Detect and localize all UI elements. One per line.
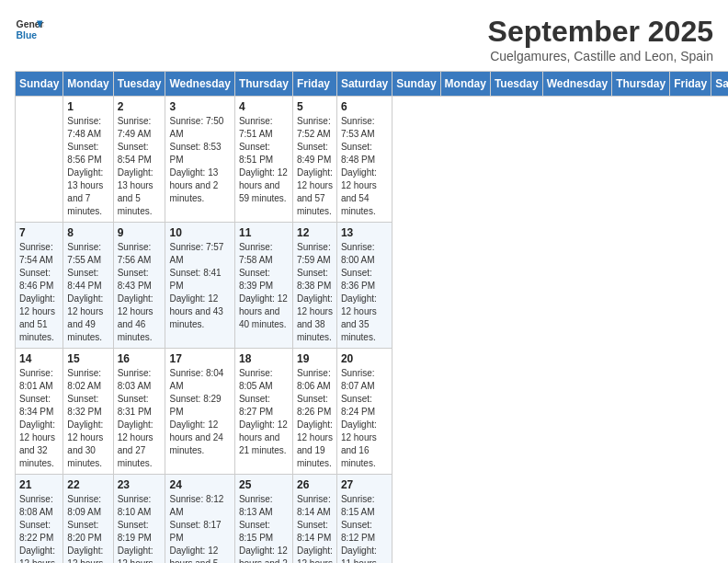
week-row-3: 14Sunrise: 8:01 AMSunset: 8:34 PMDayligh… [16, 349, 729, 475]
day-info: Sunrise: 8:00 AMSunset: 8:36 PMDaylight:… [341, 241, 388, 344]
calendar-cell: 27Sunrise: 8:15 AMSunset: 8:12 PMDayligh… [336, 475, 392, 564]
day-number: 5 [297, 100, 333, 113]
calendar-cell: 26Sunrise: 8:14 AMSunset: 8:14 PMDayligh… [292, 475, 336, 564]
weekday-header-thursday: Thursday [234, 72, 292, 97]
day-number: 6 [341, 100, 388, 113]
day-info: Sunrise: 8:05 AMSunset: 8:27 PMDaylight:… [239, 367, 289, 457]
header: General Blue September 2025 Cuelgamures,… [15, 15, 713, 63]
day-number: 18 [239, 352, 289, 365]
weekday-header-wednesday: Wednesday [165, 72, 234, 97]
calendar-cell: 13Sunrise: 8:00 AMSunset: 8:36 PMDayligh… [336, 223, 392, 349]
day-number: 16 [118, 352, 162, 365]
calendar-cell: 23Sunrise: 8:10 AMSunset: 8:19 PMDayligh… [113, 475, 165, 564]
day-number: 7 [19, 226, 59, 239]
day-number: 27 [341, 478, 388, 491]
calendar-cell: 10Sunrise: 7:57 AMSunset: 8:41 PMDayligh… [165, 223, 234, 349]
calendar-cell: 1Sunrise: 7:48 AMSunset: 8:56 PMDaylight… [63, 97, 113, 223]
weekday-header-saturday: Saturday [711, 72, 728, 97]
day-info: Sunrise: 8:09 AMSunset: 8:20 PMDaylight:… [67, 493, 108, 563]
calendar-cell: 25Sunrise: 8:13 AMSunset: 8:15 PMDayligh… [234, 475, 292, 564]
day-info: Sunrise: 7:51 AMSunset: 8:51 PMDaylight:… [239, 115, 289, 205]
calendar-cell: 21Sunrise: 8:08 AMSunset: 8:22 PMDayligh… [16, 475, 63, 564]
day-number: 24 [169, 478, 230, 491]
calendar-cell: 4Sunrise: 7:51 AMSunset: 8:51 PMDaylight… [234, 97, 292, 223]
location-title: Cuelgamures, Castille and Leon, Spain [488, 49, 713, 63]
logo-icon: General Blue [15, 15, 44, 44]
calendar-cell: 6Sunrise: 7:53 AMSunset: 8:48 PMDaylight… [336, 97, 392, 223]
calendar-cell: 15Sunrise: 8:02 AMSunset: 8:32 PMDayligh… [63, 349, 113, 475]
calendar-cell: 3Sunrise: 7:50 AMSunset: 8:53 PMDaylight… [165, 97, 234, 223]
weekday-header-sunday: Sunday [16, 72, 63, 97]
day-info: Sunrise: 7:49 AMSunset: 8:54 PMDaylight:… [118, 115, 162, 218]
weekday-header-tuesday: Tuesday [113, 72, 165, 97]
day-info: Sunrise: 8:07 AMSunset: 8:24 PMDaylight:… [341, 367, 388, 470]
weekday-header-saturday: Saturday [336, 72, 392, 97]
day-number: 21 [19, 478, 59, 491]
day-info: Sunrise: 8:13 AMSunset: 8:15 PMDaylight:… [239, 493, 289, 563]
day-number: 8 [67, 226, 108, 239]
weekday-header-thursday: Thursday [612, 72, 670, 97]
day-number: 1 [67, 100, 108, 113]
day-number: 15 [67, 352, 108, 365]
weekday-header-friday: Friday [670, 72, 711, 97]
calendar-cell: 2Sunrise: 7:49 AMSunset: 8:54 PMDaylight… [113, 97, 165, 223]
day-info: Sunrise: 7:58 AMSunset: 8:39 PMDaylight:… [239, 241, 289, 331]
calendar-cell [16, 97, 63, 223]
weekday-header-friday: Friday [292, 72, 336, 97]
weekday-header-tuesday: Tuesday [490, 72, 542, 97]
day-number: 11 [239, 226, 289, 239]
svg-text:Blue: Blue [17, 30, 38, 40]
day-info: Sunrise: 7:54 AMSunset: 8:46 PMDaylight:… [19, 241, 59, 344]
day-info: Sunrise: 8:04 AMSunset: 8:29 PMDaylight:… [169, 367, 230, 457]
day-number: 14 [19, 352, 59, 365]
day-info: Sunrise: 8:15 AMSunset: 8:12 PMDaylight:… [341, 493, 388, 563]
calendar-cell: 24Sunrise: 8:12 AMSunset: 8:17 PMDayligh… [165, 475, 234, 564]
day-info: Sunrise: 7:48 AMSunset: 8:56 PMDaylight:… [67, 115, 108, 218]
day-info: Sunrise: 7:56 AMSunset: 8:43 PMDaylight:… [118, 241, 162, 344]
day-info: Sunrise: 8:14 AMSunset: 8:14 PMDaylight:… [297, 493, 333, 563]
weekday-header-row: SundayMondayTuesdayWednesdayThursdayFrid… [16, 72, 729, 97]
weekday-header-monday: Monday [440, 72, 490, 97]
day-info: Sunrise: 8:01 AMSunset: 8:34 PMDaylight:… [19, 367, 59, 470]
title-area: September 2025 Cuelgamures, Castille and… [488, 15, 713, 63]
day-number: 23 [118, 478, 162, 491]
weekday-header-monday: Monday [63, 72, 113, 97]
weekday-header-wednesday: Wednesday [542, 72, 611, 97]
day-info: Sunrise: 7:55 AMSunset: 8:44 PMDaylight:… [67, 241, 108, 344]
week-row-1: 1Sunrise: 7:48 AMSunset: 8:56 PMDaylight… [16, 97, 729, 223]
calendar-cell: 7Sunrise: 7:54 AMSunset: 8:46 PMDaylight… [16, 223, 63, 349]
calendar-cell: 12Sunrise: 7:59 AMSunset: 8:38 PMDayligh… [292, 223, 336, 349]
calendar-cell: 17Sunrise: 8:04 AMSunset: 8:29 PMDayligh… [165, 349, 234, 475]
day-number: 19 [297, 352, 333, 365]
day-number: 12 [297, 226, 333, 239]
calendar-cell: 22Sunrise: 8:09 AMSunset: 8:20 PMDayligh… [63, 475, 113, 564]
day-info: Sunrise: 7:57 AMSunset: 8:41 PMDaylight:… [169, 241, 230, 331]
calendar-cell: 8Sunrise: 7:55 AMSunset: 8:44 PMDaylight… [63, 223, 113, 349]
calendar-cell: 11Sunrise: 7:58 AMSunset: 8:39 PMDayligh… [234, 223, 292, 349]
day-info: Sunrise: 8:03 AMSunset: 8:31 PMDaylight:… [118, 367, 162, 470]
day-number: 25 [239, 478, 289, 491]
day-info: Sunrise: 8:12 AMSunset: 8:17 PMDaylight:… [169, 493, 230, 563]
week-row-2: 7Sunrise: 7:54 AMSunset: 8:46 PMDaylight… [16, 223, 729, 349]
calendar-cell: 5Sunrise: 7:52 AMSunset: 8:49 PMDaylight… [292, 97, 336, 223]
calendar-cell: 9Sunrise: 7:56 AMSunset: 8:43 PMDaylight… [113, 223, 165, 349]
day-number: 4 [239, 100, 289, 113]
calendar-cell: 16Sunrise: 8:03 AMSunset: 8:31 PMDayligh… [113, 349, 165, 475]
weekday-header-sunday: Sunday [392, 72, 440, 97]
day-info: Sunrise: 8:02 AMSunset: 8:32 PMDaylight:… [67, 367, 108, 470]
day-number: 22 [67, 478, 108, 491]
day-number: 3 [169, 100, 230, 113]
day-info: Sunrise: 8:08 AMSunset: 8:22 PMDaylight:… [19, 493, 59, 563]
day-number: 26 [297, 478, 333, 491]
calendar-cell: 19Sunrise: 8:06 AMSunset: 8:26 PMDayligh… [292, 349, 336, 475]
day-number: 20 [341, 352, 388, 365]
day-info: Sunrise: 7:50 AMSunset: 8:53 PMDaylight:… [169, 115, 230, 205]
day-info: Sunrise: 8:06 AMSunset: 8:26 PMDaylight:… [297, 367, 333, 470]
calendar-cell: 20Sunrise: 8:07 AMSunset: 8:24 PMDayligh… [336, 349, 392, 475]
calendar-cell: 18Sunrise: 8:05 AMSunset: 8:27 PMDayligh… [234, 349, 292, 475]
day-info: Sunrise: 8:10 AMSunset: 8:19 PMDaylight:… [118, 493, 162, 563]
day-info: Sunrise: 7:59 AMSunset: 8:38 PMDaylight:… [297, 241, 333, 344]
day-info: Sunrise: 7:52 AMSunset: 8:49 PMDaylight:… [297, 115, 333, 218]
month-title: September 2025 [488, 15, 713, 49]
day-number: 9 [118, 226, 162, 239]
